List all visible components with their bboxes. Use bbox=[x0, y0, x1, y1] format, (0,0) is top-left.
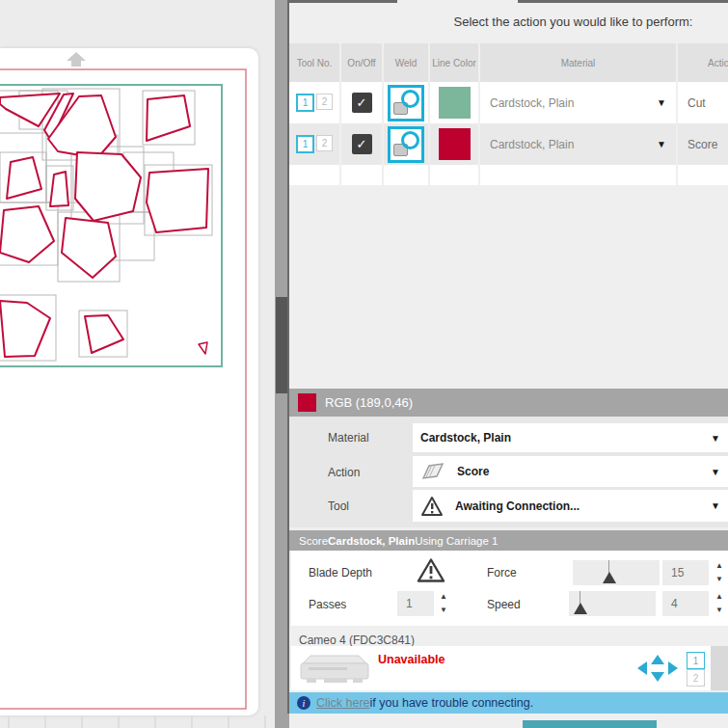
action-dropdown[interactable]: Score bbox=[678, 123, 728, 165]
score-section-header: Score Cardstock, Plain Using Carriage 1 bbox=[289, 530, 728, 551]
selected-color-bar: RGB (189,0,46) bbox=[289, 389, 728, 417]
silhouette-send-screen: Select the action you would like to perf… bbox=[0, 0, 728, 728]
tool-select[interactable]: Awaiting Connection... ▼ bbox=[413, 490, 728, 522]
speed-slider[interactable] bbox=[569, 591, 656, 616]
force-stepper[interactable]: ▲▼ bbox=[714, 560, 725, 585]
line-color-cell bbox=[430, 123, 478, 165]
speed-stepper[interactable]: ▲▼ bbox=[714, 591, 725, 616]
on-off-cell: ✓ bbox=[341, 123, 382, 165]
chevron-down-icon: ▼ bbox=[657, 97, 666, 108]
dpad-arrows-icon[interactable] bbox=[636, 654, 679, 683]
score-title-suffix: Using Carriage 1 bbox=[415, 535, 498, 547]
chevron-down-icon: ▼ bbox=[657, 139, 666, 149]
weld-cell bbox=[384, 123, 428, 165]
material-select-value: Cardstock, Plain bbox=[420, 431, 511, 445]
on-off-cell: ✓ bbox=[341, 82, 382, 123]
material-value: Cardstock, Plain bbox=[490, 138, 574, 151]
weld-icon[interactable] bbox=[388, 126, 424, 163]
table-row-score: 1 2 ✓ Cardstock, Plain ▼ Score bbox=[289, 123, 728, 165]
design-workspace[interactable] bbox=[0, 0, 275, 728]
speed-label: Speed bbox=[487, 598, 521, 611]
on-off-checkbox[interactable]: ✓ bbox=[352, 93, 372, 113]
chevron-down-icon: ▼ bbox=[711, 433, 720, 444]
tool-2-toggle[interactable]: 2 bbox=[316, 94, 333, 110]
blade-depth-label: Blade Depth bbox=[309, 566, 372, 580]
line-color-cell bbox=[430, 82, 478, 123]
header-weld: Weld bbox=[384, 43, 428, 82]
score-title-prefix: Score bbox=[299, 535, 328, 547]
header-action: Action bbox=[678, 43, 728, 82]
warning-icon bbox=[420, 496, 444, 517]
chevron-down-icon: ▼ bbox=[711, 467, 720, 477]
tool-label: Tool bbox=[328, 499, 349, 513]
design-page[interactable] bbox=[0, 48, 258, 715]
tool-1-toggle[interactable]: 1 bbox=[296, 135, 314, 153]
machine-status: Unavailable bbox=[378, 653, 445, 666]
action-select[interactable]: Score ▼ bbox=[413, 456, 728, 487]
weld-icon[interactable] bbox=[388, 85, 424, 121]
score-icon bbox=[420, 461, 445, 482]
tool-2-toggle[interactable]: 2 bbox=[316, 135, 333, 151]
header-line-color: Line Color bbox=[430, 43, 478, 82]
material-dropdown[interactable]: Cardstock, Plain ▼ bbox=[480, 123, 676, 165]
material-dropdown[interactable]: Cardstock, Plain ▼ bbox=[480, 82, 676, 123]
force-slider[interactable] bbox=[573, 560, 660, 585]
action-dropdown[interactable]: Cut bbox=[678, 82, 728, 123]
panel-top-border-right bbox=[518, 0, 728, 3]
machine-row-gray bbox=[711, 646, 728, 690]
force-value[interactable]: 15 bbox=[662, 560, 709, 585]
page-arrow-icon[interactable] bbox=[67, 52, 86, 67]
action-select-value: Score bbox=[457, 465, 489, 478]
panel-top-border-left bbox=[289, 0, 397, 3]
send-panel: Select the action you would like to perf… bbox=[289, 0, 728, 728]
color-swatch bbox=[298, 393, 316, 412]
machine-name: Cameo 4 (FDC3C841) bbox=[299, 634, 415, 647]
header-tool-no: Tool No. bbox=[289, 43, 339, 82]
action-table: Tool No. On/Off Weld Line Color Material… bbox=[289, 43, 728, 185]
header-material: Material bbox=[480, 43, 676, 82]
machine-row: Unavailable 1 2 bbox=[291, 646, 728, 690]
info-icon: i bbox=[297, 696, 310, 710]
force-label: Force bbox=[487, 566, 517, 580]
send-button-edge[interactable] bbox=[523, 720, 657, 728]
tool-1-toggle[interactable]: 1 bbox=[296, 94, 314, 112]
material-label: Material bbox=[328, 431, 369, 445]
help-text: if you have trouble connecting. bbox=[370, 696, 534, 710]
table-row-cut: 1 2 ✓ Cardstock, Plain ▼ Cut bbox=[289, 82, 728, 123]
tool-no-cell: 1 2 bbox=[289, 123, 339, 165]
carriage-2-button[interactable]: 2 bbox=[687, 669, 705, 687]
table-header-row: Tool No. On/Off Weld Line Color Material… bbox=[289, 43, 728, 82]
mat-gridlines bbox=[0, 715, 275, 728]
action-prompt: Select the action you would like to perf… bbox=[424, 14, 722, 29]
material-select[interactable]: Cardstock, Plain ▼ bbox=[413, 423, 728, 452]
passes-label: Passes bbox=[309, 598, 346, 611]
blade-depth-warning-icon bbox=[417, 557, 445, 583]
cutting-machine-icon bbox=[299, 650, 370, 687]
line-color-swatch bbox=[439, 87, 471, 119]
speed-value[interactable]: 4 bbox=[662, 591, 709, 616]
on-off-checkbox[interactable]: ✓ bbox=[352, 134, 372, 154]
action-label: Action bbox=[328, 466, 360, 479]
score-settings-box: Blade Depth Force 15 ▲▼ Passes 1 ▲▼ Spee… bbox=[291, 551, 728, 626]
score-title-material: Cardstock, Plain bbox=[328, 535, 415, 547]
table-empty-row bbox=[289, 165, 728, 185]
carriage-1-button[interactable]: 1 bbox=[687, 652, 705, 669]
click-here-link[interactable]: Click here bbox=[316, 696, 370, 710]
chevron-down-icon: ▼ bbox=[711, 500, 720, 511]
line-color-swatch bbox=[439, 128, 471, 160]
weld-cell bbox=[384, 82, 428, 123]
tool-no-cell: 1 2 bbox=[289, 82, 339, 123]
passes-value[interactable]: 1 bbox=[397, 591, 434, 616]
header-on-off: On/Off bbox=[341, 43, 382, 82]
connection-help-bar: i Click here if you have trouble connect… bbox=[289, 692, 728, 714]
bottom-strip bbox=[289, 714, 728, 728]
rgb-label: RGB (189,0,46) bbox=[325, 395, 413, 410]
tool-select-value: Awaiting Connection... bbox=[455, 499, 580, 513]
material-value: Cardstock, Plain bbox=[490, 96, 574, 110]
cut-design-svg bbox=[0, 48, 258, 715]
passes-stepper[interactable]: ▲▼ bbox=[438, 591, 449, 616]
